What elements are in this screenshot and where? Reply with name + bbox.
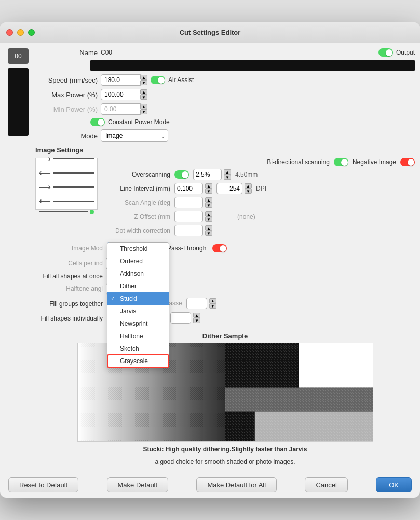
- min-power-wrapper: ▲ ▼: [101, 103, 147, 115]
- ramp-up[interactable]: ▲: [193, 313, 200, 318]
- zo-up[interactable]: ▲: [205, 211, 212, 217]
- max-power-wrapper: ▲ ▼: [101, 89, 147, 100]
- color-preview: [90, 60, 415, 71]
- overscanning-down[interactable]: ▼: [224, 175, 231, 180]
- pass-through-toggle[interactable]: [212, 244, 227, 252]
- cells-label: Cells per ind: [35, 260, 103, 267]
- dropdown-item-grayscale[interactable]: Grayscale: [107, 355, 169, 367]
- image-mode-dropdown[interactable]: Stucki ▼ Threshold Ordered Atkinson Dith…: [107, 242, 159, 255]
- dropdown-item-jarvis[interactable]: Jarvis: [107, 305, 169, 317]
- image-mode-menu: Threshold Ordered Atkinson Dither Stucki…: [107, 242, 169, 368]
- dot-width-input[interactable]: [174, 225, 203, 236]
- passes-input[interactable]: [186, 298, 207, 309]
- dropdown-item-newsprint[interactable]: Newsprint: [107, 317, 169, 330]
- passes-down[interactable]: ▼: [209, 303, 216, 309]
- min-power-down[interactable]: ▼: [140, 109, 147, 114]
- constant-power-toggle[interactable]: [90, 118, 105, 126]
- window-controls: [6, 29, 35, 36]
- scan-line-1: ⟶: [39, 154, 94, 164]
- sa-up[interactable]: ▲: [205, 197, 212, 203]
- minimize-button[interactable]: [17, 29, 24, 36]
- dropdown-item-sketch[interactable]: Sketch: [107, 342, 169, 355]
- passes-up[interactable]: ▲: [209, 298, 216, 303]
- cancel-button[interactable]: Cancel: [305, 477, 347, 492]
- dpi-up[interactable]: ▲: [245, 183, 252, 189]
- make-default-all-button[interactable]: Make Default for All: [196, 477, 277, 492]
- max-power-up[interactable]: ▲: [140, 89, 147, 95]
- li-down[interactable]: ▼: [205, 189, 212, 194]
- speed-input-wrapper: ▲ ▼: [101, 74, 147, 86]
- dither-description-1: Stucki: High quality dithering.Slightly …: [35, 445, 415, 454]
- max-power-row: Max Power (%) ▲ ▼: [35, 89, 415, 100]
- dpi-label: DPI: [256, 185, 266, 192]
- max-power-stepper: ▲ ▼: [140, 89, 147, 100]
- make-default-button[interactable]: Make Default: [107, 477, 169, 492]
- dot-width-label: Dot width correction: [103, 227, 170, 234]
- dropdown-item-threshold[interactable]: Threshold: [107, 243, 169, 255]
- dropdown-item-ordered[interactable]: Ordered: [107, 255, 169, 268]
- max-power-down[interactable]: ▼: [140, 95, 147, 100]
- scan-line-2: ⟵: [39, 168, 94, 178]
- overscanning-toggle[interactable]: [174, 170, 189, 179]
- overscanning-up[interactable]: ▲: [224, 169, 231, 175]
- speed-up[interactable]: ▲: [140, 75, 147, 80]
- overscanning-input[interactable]: [193, 169, 222, 180]
- speed-input[interactable]: [101, 74, 142, 86]
- dropdown-item-stucki[interactable]: Stucki: [107, 292, 169, 305]
- min-power-input[interactable]: [101, 103, 142, 115]
- layer-tab[interactable]: 00: [8, 48, 29, 64]
- close-button[interactable]: [6, 29, 13, 36]
- left-panel: 00: [5, 48, 31, 466]
- dialog-content: 00 Name C00 Output Speed (mm/se: [0, 43, 420, 472]
- dropdown-item-atkinson[interactable]: Atkinson: [107, 268, 169, 280]
- dropdown-item-halftone[interactable]: Halftone: [107, 330, 169, 342]
- line-interval-input[interactable]: [174, 183, 203, 194]
- dw-down[interactable]: ▼: [205, 231, 212, 236]
- bi-directional-label: Bi-directional scanning: [267, 158, 330, 166]
- output-label: Output: [396, 49, 415, 56]
- mode-select-wrapper: Image Line Fill ⌄: [101, 129, 168, 142]
- scan-angle-input[interactable]: [174, 197, 203, 208]
- overscanning-stepper: ▲ ▼: [224, 169, 231, 180]
- output-toggle[interactable]: [378, 48, 393, 57]
- z-offset-input[interactable]: [174, 211, 203, 222]
- max-power-input[interactable]: [101, 89, 142, 100]
- dw-up[interactable]: ▲: [205, 225, 212, 231]
- reset-button[interactable]: Reset to Default: [8, 477, 78, 492]
- min-power-stepper: ▲ ▼: [140, 104, 147, 114]
- none-text: (none): [237, 213, 255, 220]
- maximize-button[interactable]: [28, 29, 35, 36]
- zo-down[interactable]: ▼: [205, 217, 212, 222]
- titlebar: Cut Settings Editor: [0, 22, 420, 43]
- speed-down[interactable]: ▼: [140, 80, 147, 85]
- svg-rect-11: [225, 343, 373, 441]
- scan-angle-row: Scan Angle (deg ▲ ▼: [103, 197, 415, 208]
- dpi-input[interactable]: [216, 183, 242, 194]
- dot-width-stepper: ▲ ▼: [205, 225, 212, 236]
- negative-image-toggle[interactable]: [400, 158, 415, 166]
- mode-select[interactable]: Image Line Fill: [101, 129, 168, 142]
- dpi-stepper: ▲ ▼: [245, 183, 252, 194]
- ramp-input[interactable]: [170, 312, 191, 324]
- bi-directional-toggle[interactable]: [334, 158, 348, 166]
- scan-line-3: ⟶: [39, 182, 94, 192]
- ok-button[interactable]: OK: [376, 477, 412, 492]
- color-bar-row: [35, 60, 415, 71]
- dropdown-item-dither[interactable]: Dither: [107, 280, 169, 292]
- air-assist-toggle[interactable]: [151, 76, 165, 84]
- scan-angle-stepper: ▲ ▼: [205, 197, 212, 208]
- constant-power-label: Constant Power Mode: [108, 118, 170, 126]
- fill-options-area: Image Mod Stucki ▼ Threshold Ordered: [35, 242, 227, 327]
- image-mode-section: Image Mod Stucki ▼ Threshold Ordered: [35, 242, 415, 327]
- min-power-up[interactable]: ▲: [140, 104, 147, 109]
- ramp-down[interactable]: ▼: [193, 318, 200, 323]
- dpi-down[interactable]: ▼: [245, 189, 252, 194]
- fill-all-text: Fill all shapes at once: [43, 273, 103, 280]
- dither-sample-title: Dither Sample: [35, 332, 415, 340]
- image-mode-label: Image Mod: [35, 245, 103, 252]
- fill-all-label: Fill all shapes at once: [35, 272, 103, 280]
- dither-desc-line2: a good choice for smooth shaded or photo…: [155, 458, 295, 465]
- sa-down[interactable]: ▼: [205, 203, 212, 208]
- image-settings-area: ⟶ ⟵ ⟶ ⟵: [35, 158, 415, 239]
- li-up[interactable]: ▲: [205, 183, 212, 189]
